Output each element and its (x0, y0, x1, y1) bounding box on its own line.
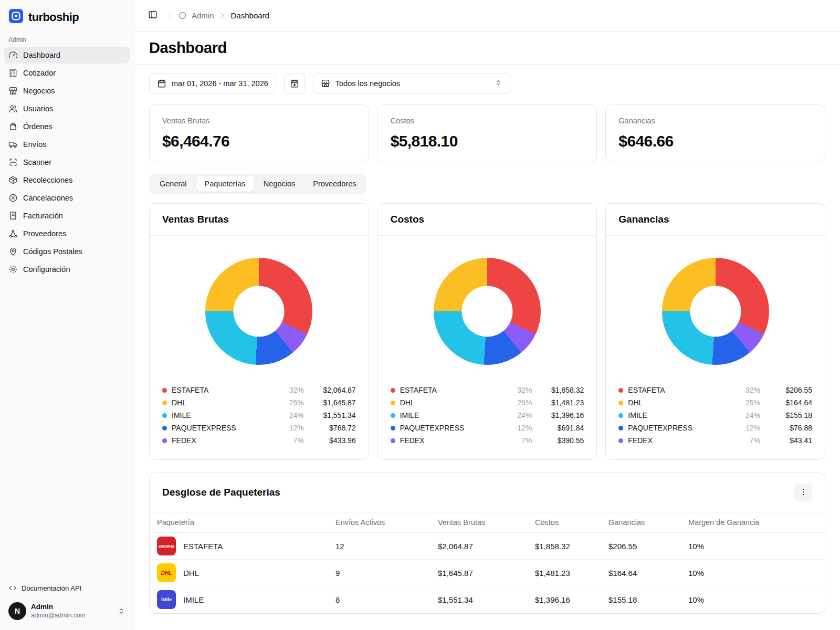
sidebar-item-documentacion-api[interactable]: Documentación API (4, 581, 130, 595)
breadcrumb-dashboard[interactable]: Dashboard (231, 11, 269, 20)
legend-row: ESTAFETA 32% $206.55 (618, 384, 812, 396)
sidebar-item-recolecciones[interactable]: Recolecciones (4, 172, 130, 188)
cell-margin: 10% (681, 560, 825, 586)
stat-value: $646.66 (618, 132, 812, 150)
legend-amount: $155.18 (765, 411, 812, 419)
ellipsis-vertical-icon (799, 487, 808, 498)
legend-amount: $1,645.87 (309, 398, 356, 407)
donut-chart-area (606, 236, 825, 383)
carrier-logo: iMile (157, 590, 176, 609)
legend-dot (391, 426, 395, 430)
sidebar-item-configuracion[interactable]: Configuración (4, 261, 130, 278)
brand[interactable]: turboship (4, 5, 130, 29)
tab-negocios[interactable]: Negocios (255, 176, 303, 192)
sidebar-item-label: Cotizador (23, 69, 56, 77)
cell-active-shipments: 12 (328, 533, 430, 560)
sidebar-item-label: Usuarios (23, 104, 53, 113)
legend-amount: $433.96 (309, 436, 356, 445)
tab-proveedores[interactable]: Proveedores (304, 176, 364, 192)
tab-general[interactable]: General (151, 176, 195, 192)
sidebar-toggle-button[interactable] (145, 7, 161, 24)
calendar-icon (157, 79, 166, 88)
legend-percent: 12% (281, 424, 304, 432)
column-header-margen-de-ganancia: Margen de Ganancia (681, 512, 825, 533)
charts-row: Ventas Brutas ESTAFETA 32% $2,064.87 DHL… (149, 203, 825, 460)
sidebar-item-scanner[interactable]: Scanner (4, 154, 130, 171)
calendar-preset-button[interactable] (284, 73, 305, 94)
more-options-button[interactable] (794, 484, 812, 501)
carrier-cell: DHL DHL (157, 563, 321, 582)
cell-costs: $1,481.23 (528, 560, 601, 586)
legend-carrier-name: ESTAFETA (400, 386, 437, 394)
sidebar-item-codigos-postales[interactable]: Códigos Postales (4, 243, 130, 260)
sidebar-item-label: Cancelaciones (23, 194, 73, 202)
date-range-label: mar 01, 2026 - mar 31, 2026 (172, 79, 268, 88)
breadcrumb-admin[interactable]: Admin (192, 11, 214, 20)
user-menu[interactable]: N Admin admin@admin.com (4, 600, 130, 623)
sidebar-item-label: Órdenes (23, 122, 52, 131)
legend-carrier-name: IMILE (400, 411, 419, 419)
legend-dot (618, 413, 623, 418)
legend-amount: $76.88 (765, 424, 812, 432)
stat-value: $5,818.10 (391, 132, 584, 150)
sidebar-item-label: Recolecciones (23, 176, 72, 184)
legend-carrier-name: DHL (628, 398, 643, 407)
sidebar-item-ordenes[interactable]: Órdenes (4, 118, 130, 135)
chart-title: Ganancias (618, 214, 812, 225)
legend-percent: 24% (281, 411, 304, 419)
chart-header: Ventas Brutas (150, 204, 369, 236)
legend-carrier-name: DHL (172, 398, 186, 407)
sidebar-item-cotizador[interactable]: Cotizador (4, 65, 130, 81)
legend-percent: 25% (737, 398, 760, 407)
stats-row: Ventas Brutas $6,464.76 Costos $5,818.10… (149, 104, 825, 162)
legend-row: DHL 25% $1,481.23 (391, 396, 584, 409)
sidebar-item-dashboard[interactable]: Dashboard (4, 47, 130, 64)
table-row-dhl[interactable]: DHL DHL 9 $1,645.87 $1,481.23 $164.64 10… (150, 560, 825, 586)
sidebar-item-usuarios[interactable]: Usuarios (4, 100, 130, 117)
legend-carrier-name: PAQUETEXPRESS (400, 424, 465, 432)
sidebar-item-facturacion[interactable]: Facturación (4, 207, 130, 224)
cell-gross-sales: $1,645.87 (430, 560, 528, 586)
legend-percent: 25% (509, 398, 532, 407)
table-header-row: PaqueteríaEnvíos ActivosVentas BrutasCos… (150, 512, 825, 533)
date-range-button[interactable]: mar 01, 2026 - mar 31, 2026 (149, 73, 276, 94)
sidebar-item-label: Facturación (23, 212, 63, 220)
breakdown-card: Desglose de Paqueterías PaqueteríaEnvíos… (149, 472, 825, 614)
stat-card-costos: Costos $5,818.10 (377, 104, 597, 162)
legend-dot (618, 438, 623, 443)
legend-percent: 12% (509, 424, 532, 432)
legend-amount: $2,064.87 (309, 386, 356, 394)
sidebar-item-negocios[interactable]: Negocios (4, 82, 130, 99)
legend-percent: 32% (509, 386, 532, 394)
cell-profit: $206.55 (601, 533, 681, 560)
table-row-imile[interactable]: iMile IMILE 8 $1,551.34 $1,396.16 $155.1… (150, 586, 825, 613)
chevrons-up-down-icon (495, 79, 502, 88)
business-select[interactable]: Todos los negocios (313, 73, 510, 94)
carrier-cell: estafeta ESTAFETA (157, 537, 321, 555)
brand-name: turboship (28, 10, 79, 24)
tab-paqueterias[interactable]: Paqueterías (196, 176, 254, 192)
legend-amount: $1,396.16 (537, 411, 584, 419)
sidebar-item-proveedores[interactable]: Proveedores (4, 225, 130, 242)
legend-percent: 7% (737, 436, 760, 445)
calculator-icon (8, 68, 18, 78)
legend-dot (618, 426, 623, 430)
legend-dot (162, 401, 167, 405)
legend-carrier-name: DHL (400, 398, 415, 407)
legend-row: FEDEX 7% $390.55 (391, 434, 584, 447)
breakdown-table: PaqueteríaEnvíos ActivosVentas BrutasCos… (150, 512, 825, 613)
legend-carrier-name: ESTAFETA (172, 386, 208, 394)
table-row-estafeta[interactable]: estafeta ESTAFETA 12 $2,064.87 $1,858.32… (150, 533, 825, 560)
sidebar-item-envios[interactable]: Envíos (4, 136, 130, 153)
breadcrumb: Admin Dashboard (178, 11, 269, 20)
filters-bar: mar 01, 2026 - mar 31, 2026 Todos los ne… (149, 73, 825, 94)
shopping-bag-icon (8, 122, 18, 131)
legend-row: ESTAFETA 32% $2,064.87 (162, 384, 356, 396)
chart-header: Costos (378, 204, 597, 236)
sidebar-item-cancelaciones[interactable]: Cancelaciones (4, 190, 130, 206)
donut-hole (234, 286, 285, 337)
store-icon (8, 86, 18, 96)
column-header-costos: Costos (528, 512, 601, 533)
legend-carrier-name: PAQUETEXPRESS (172, 424, 236, 432)
cell-costs: $1,396.16 (528, 586, 601, 613)
